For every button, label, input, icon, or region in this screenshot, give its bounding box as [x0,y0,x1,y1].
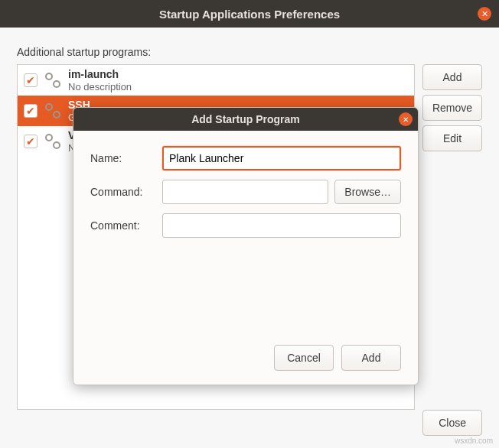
command-input[interactable] [162,180,328,204]
gear-icon [44,71,62,89]
remove-button[interactable]: Remove [422,95,482,121]
name-input[interactable] [162,146,401,170]
name-label: Name: [90,152,156,164]
command-label: Command: [90,186,156,198]
modal-body: Name: Command: Browse… Comment: Cancel A… [73,131,418,385]
checkbox[interactable]: ✔ [24,135,38,148]
modal-actions: Cancel Add [90,345,401,371]
row-title: im-launch [68,68,132,81]
main-window-title: Startup Applications Preferences [159,8,340,21]
form-grid: Name: Command: Browse… Comment: [90,146,401,238]
side-buttons: Add Remove Edit [422,64,482,410]
main-titlebar: Startup Applications Preferences ✕ [0,0,499,28]
add-startup-program-dialog: Add Startup Program ✕ Name: Command: Bro… [73,107,419,385]
browse-button[interactable]: Browse… [334,180,401,204]
gear-icon [44,132,62,151]
list-item[interactable]: ✔ im-launch No description [18,65,414,96]
edit-button[interactable]: Edit [422,125,482,151]
close-icon: ✕ [481,9,488,19]
gear-icon [44,102,62,120]
close-icon: ✕ [403,115,409,124]
section-label: Additional startup programs: [17,46,482,58]
footer: Close [422,410,482,436]
checkbox[interactable]: ✔ [24,104,38,118]
modal-add-button[interactable]: Add [341,345,401,371]
close-button[interactable]: Close [422,410,482,436]
row-subtitle: No description [68,81,132,93]
row-text: im-launch No description [68,68,132,93]
checkbox[interactable]: ✔ [24,73,38,87]
modal-title: Add Startup Program [191,113,300,125]
main-close-button[interactable]: ✕ [478,7,491,21]
cancel-button[interactable]: Cancel [274,345,334,371]
comment-input[interactable] [162,213,401,238]
modal-titlebar: Add Startup Program ✕ [73,108,418,131]
modal-close-button[interactable]: ✕ [399,112,413,126]
comment-label: Comment: [90,219,156,232]
watermark: wsxdn.com [455,437,493,445]
add-button[interactable]: Add [422,64,482,90]
